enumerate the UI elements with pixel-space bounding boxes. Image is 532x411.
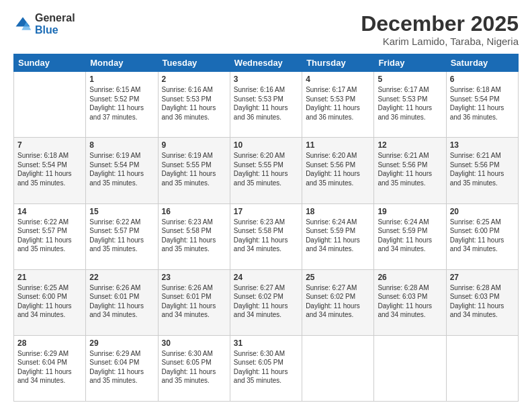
cell-sunset: Sunset: 5:58 PM — [162, 227, 212, 234]
cell-sunset: Sunset: 6:01 PM — [89, 293, 139, 300]
day-number: 28 — [17, 338, 82, 348]
cell-2-3: 17 Sunrise: 6:23 AM Sunset: 5:58 PM Dayl… — [230, 203, 302, 269]
cell-daylight: Daylight: 11 hours and 34 minutes. — [450, 302, 504, 319]
cell-sunrise: Sunrise: 6:19 AM — [162, 152, 213, 159]
week-row-2: 14 Sunrise: 6:22 AM Sunset: 5:57 PM Dayl… — [14, 203, 519, 269]
cell-4-6 — [446, 335, 518, 401]
cell-3-4: 25 Sunrise: 6:27 AM Sunset: 6:02 PM Dayl… — [302, 269, 374, 335]
cell-daylight: Daylight: 11 hours and 34 minutes. — [378, 236, 432, 253]
cell-3-1: 22 Sunrise: 6:26 AM Sunset: 6:01 PM Dayl… — [86, 269, 158, 335]
day-number: 8 — [89, 140, 154, 150]
header-thursday: Thursday — [302, 54, 374, 72]
day-number: 22 — [89, 273, 154, 282]
cell-0-4: 4 Sunrise: 6:17 AM Sunset: 5:53 PM Dayli… — [302, 72, 374, 138]
header-wednesday: Wednesday — [230, 54, 302, 72]
weekday-header-row: Sunday Monday Tuesday Wednesday Thursday… — [14, 54, 519, 72]
cell-daylight: Daylight: 11 hours and 35 minutes. — [162, 170, 216, 187]
day-number: 27 — [450, 273, 515, 282]
day-number: 3 — [234, 75, 298, 84]
cell-2-4: 18 Sunrise: 6:24 AM Sunset: 5:59 PM Dayl… — [302, 203, 374, 269]
cell-sunrise: Sunrise: 6:28 AM — [450, 284, 501, 291]
day-number: 7 — [17, 140, 82, 150]
cell-sunrise: Sunrise: 6:30 AM — [234, 350, 285, 357]
cell-daylight: Daylight: 11 hours and 37 minutes. — [89, 104, 144, 121]
cell-3-3: 24 Sunrise: 6:27 AM Sunset: 6:02 PM Dayl… — [230, 269, 302, 335]
cell-sunset: Sunset: 6:02 PM — [306, 293, 355, 300]
day-number: 4 — [306, 75, 370, 84]
cell-sunrise: Sunrise: 6:15 AM — [89, 86, 140, 93]
cell-sunset: Sunset: 5:54 PM — [17, 161, 67, 169]
cell-3-5: 26 Sunrise: 6:28 AM Sunset: 6:03 PM Dayl… — [374, 269, 446, 335]
day-number: 29 — [89, 338, 154, 348]
day-number: 31 — [234, 338, 298, 348]
cell-sunset: Sunset: 5:52 PM — [89, 95, 139, 103]
cell-daylight: Daylight: 11 hours and 35 minutes. — [234, 170, 288, 187]
day-number: 23 — [162, 273, 226, 282]
main-title: December 2025 — [361, 12, 519, 36]
cell-sunrise: Sunrise: 6:24 AM — [306, 218, 357, 226]
cell-1-6: 13 Sunrise: 6:21 AM Sunset: 5:56 PM Dayl… — [446, 138, 518, 203]
cell-1-5: 12 Sunrise: 6:21 AM Sunset: 5:56 PM Dayl… — [374, 138, 446, 203]
cell-sunset: Sunset: 6:05 PM — [234, 359, 283, 366]
day-number: 30 — [162, 338, 226, 348]
cell-0-0 — [14, 72, 86, 138]
cell-sunset: Sunset: 6:04 PM — [89, 359, 139, 366]
cell-4-0: 28 Sunrise: 6:29 AM Sunset: 6:04 PM Dayl… — [14, 335, 86, 401]
cell-2-0: 14 Sunrise: 6:22 AM Sunset: 5:57 PM Dayl… — [14, 203, 86, 269]
cell-sunset: Sunset: 5:54 PM — [89, 161, 139, 169]
cell-sunrise: Sunrise: 6:27 AM — [306, 284, 357, 291]
cell-daylight: Daylight: 11 hours and 34 minutes. — [17, 368, 72, 385]
cell-sunrise: Sunrise: 6:18 AM — [450, 86, 501, 93]
cell-1-0: 7 Sunrise: 6:18 AM Sunset: 5:54 PM Dayli… — [14, 138, 86, 203]
cell-daylight: Daylight: 11 hours and 36 minutes. — [450, 104, 504, 121]
cell-sunrise: Sunrise: 6:25 AM — [17, 284, 69, 291]
cell-sunset: Sunset: 5:59 PM — [306, 227, 355, 234]
week-row-0: 1 Sunrise: 6:15 AM Sunset: 5:52 PM Dayli… — [14, 72, 519, 138]
cell-4-3: 31 Sunrise: 6:30 AM Sunset: 6:05 PM Dayl… — [230, 335, 302, 401]
header: General Blue December 2025 Karim Lamido,… — [13, 12, 519, 47]
cell-sunrise: Sunrise: 6:29 AM — [89, 350, 140, 357]
day-number: 25 — [306, 273, 370, 282]
logo: General Blue — [13, 12, 75, 36]
day-number: 26 — [378, 273, 442, 282]
cell-4-5 — [374, 335, 446, 401]
cell-daylight: Daylight: 11 hours and 35 minutes. — [162, 368, 216, 385]
cell-0-1: 1 Sunrise: 6:15 AM Sunset: 5:52 PM Dayli… — [86, 72, 158, 138]
cell-sunrise: Sunrise: 6:25 AM — [450, 218, 501, 226]
cell-sunrise: Sunrise: 6:20 AM — [234, 152, 285, 159]
cell-2-5: 19 Sunrise: 6:24 AM Sunset: 5:59 PM Dayl… — [374, 203, 446, 269]
day-number: 15 — [89, 207, 154, 216]
subtitle: Karim Lamido, Taraba, Nigeria — [361, 36, 519, 47]
cell-sunset: Sunset: 5:53 PM — [306, 95, 355, 103]
day-number: 19 — [378, 207, 442, 216]
cell-daylight: Daylight: 11 hours and 34 minutes. — [89, 302, 144, 319]
cell-daylight: Daylight: 11 hours and 35 minutes. — [450, 170, 504, 187]
day-number: 11 — [306, 140, 370, 150]
cell-daylight: Daylight: 11 hours and 36 minutes. — [234, 104, 288, 121]
cell-sunrise: Sunrise: 6:19 AM — [89, 152, 140, 159]
week-row-3: 21 Sunrise: 6:25 AM Sunset: 6:00 PM Dayl… — [14, 269, 519, 335]
cell-1-3: 10 Sunrise: 6:20 AM Sunset: 5:55 PM Dayl… — [230, 138, 302, 203]
day-number: 2 — [162, 75, 226, 84]
day-number: 24 — [234, 273, 298, 282]
cell-sunset: Sunset: 5:55 PM — [234, 161, 283, 169]
day-number: 10 — [234, 140, 298, 150]
cell-1-4: 11 Sunrise: 6:20 AM Sunset: 5:56 PM Dayl… — [302, 138, 374, 203]
cell-sunset: Sunset: 6:04 PM — [17, 359, 67, 366]
cell-daylight: Daylight: 11 hours and 35 minutes. — [89, 170, 144, 187]
cell-daylight: Daylight: 11 hours and 36 minutes. — [306, 104, 360, 121]
cell-sunset: Sunset: 5:58 PM — [234, 227, 283, 234]
day-number: 5 — [378, 75, 442, 84]
logo-icon — [13, 15, 32, 34]
cell-daylight: Daylight: 11 hours and 36 minutes. — [378, 104, 432, 121]
cell-sunset: Sunset: 5:53 PM — [234, 95, 283, 103]
cell-sunrise: Sunrise: 6:20 AM — [306, 152, 357, 159]
header-tuesday: Tuesday — [158, 54, 230, 72]
cell-sunrise: Sunrise: 6:26 AM — [89, 284, 140, 291]
header-sunday: Sunday — [14, 54, 86, 72]
cell-0-2: 2 Sunrise: 6:16 AM Sunset: 5:53 PM Dayli… — [158, 72, 230, 138]
cell-sunrise: Sunrise: 6:21 AM — [450, 152, 501, 159]
day-number: 18 — [306, 207, 370, 216]
cell-daylight: Daylight: 11 hours and 36 minutes. — [162, 104, 216, 121]
cell-sunrise: Sunrise: 6:17 AM — [306, 86, 357, 93]
